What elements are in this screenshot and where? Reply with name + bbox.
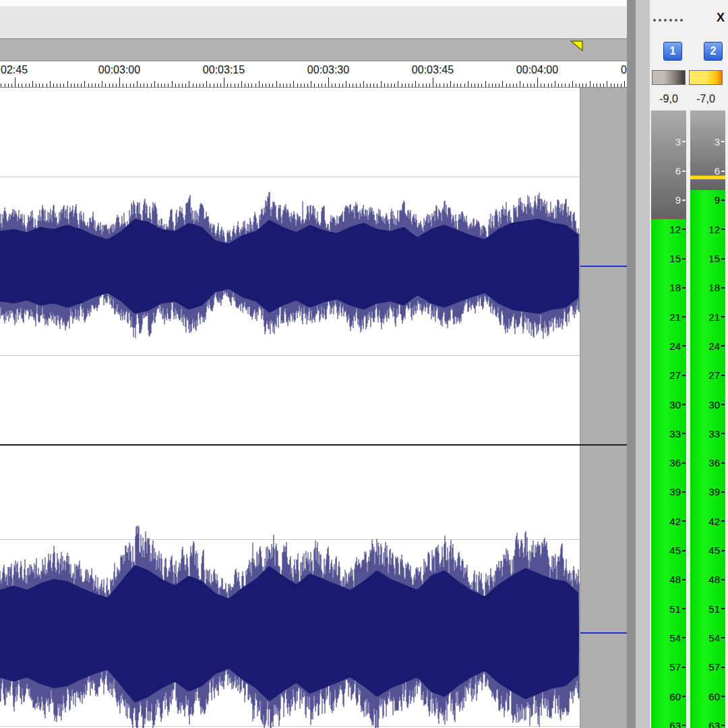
ruler-tick [47,84,47,87]
ruler-tick [210,84,210,87]
ruler-tick [346,81,346,87]
ruler-tick [481,84,482,87]
ruler-tick [429,84,430,87]
ruler-tick [262,84,263,87]
channel-2-button[interactable]: 2 [704,42,723,61]
ruler-tick [335,84,336,87]
ruler-tick [266,84,266,87]
ruler-tick [259,81,260,87]
ruler-tick [530,84,531,87]
grip-dots-icon[interactable] [653,19,683,22]
meter-scale-tick [721,579,725,580]
ruler-tick [272,84,273,87]
ruler-tick [311,81,311,87]
panel-splitter[interactable] [627,0,650,728]
timeline-scrollbar[interactable] [0,38,627,61]
meter-scale-tick [721,375,725,376]
meter-1-scale-18: 18 [669,282,686,294]
ruler-tick [42,84,43,87]
meter-scale-tick [682,433,686,434]
ruler-tick [161,84,162,87]
meter-2-scale-39: 39 [708,486,725,498]
ruler-tick [353,84,353,87]
ruler-tick [582,84,583,87]
ruler-tick [499,84,499,87]
ruler-tick [126,84,127,87]
meter-2-scale-18: 18 [708,282,725,294]
meter-1-scale-48: 48 [669,574,686,586]
meter-scale-number: 3 [715,136,720,148]
meter-1-scale-36: 36 [669,457,686,469]
ruler-tick [15,78,16,87]
ruler-tick [307,84,308,87]
meter-2-scale-57: 57 [708,661,725,673]
ruler-tick [506,84,507,87]
meter-scale-tick [721,637,725,638]
ruler-tick [377,84,377,87]
ruler-tick [419,84,419,87]
ruler-tick [175,84,176,87]
meter-scale-tick [682,316,686,317]
meter-2-scale-33: 33 [708,427,725,439]
waveform-channel-2-spikes [0,526,579,728]
ruler-tick [349,84,350,87]
meter-scale-tick [682,462,686,464]
meter-scale-tick [682,667,686,668]
meter-scale-number: 36 [708,457,720,468]
ruler-tick [394,84,395,87]
meter-scale-tick [721,491,725,493]
ruler-tick [95,84,96,87]
meter-panel-titlebar[interactable]: X [650,9,728,34]
meter-scale-tick [682,725,686,726]
meter-1-scale-24: 24 [669,340,686,352]
meter-scale-tick [721,141,725,142]
ruler-tick [109,84,110,87]
ruler-tick [534,84,535,87]
meter-scale-number: 21 [708,311,720,323]
ruler-tick [217,84,218,87]
ruler-tick [241,81,242,87]
ruler-tick [516,84,517,87]
ruler-tick [84,81,85,87]
meter-scale-tick [721,696,725,697]
close-button[interactable]: X [717,11,725,25]
meter-1-scale-27: 27 [669,369,686,382]
meter-1-scale-30: 30 [669,398,686,411]
meter-scale-tick [721,316,725,317]
meter-1-scale-3: 3 [675,135,686,148]
ruler-tick [22,84,22,87]
ruler-tick [569,84,570,87]
ruler-tick [475,84,475,87]
ruler-time-label: 02:45 [1,64,28,76]
meter-scale-number: 21 [669,311,681,323]
meter-scale-number: 57 [708,661,720,673]
meter-scale-tick [721,287,725,289]
ruler-tick [172,81,173,87]
ruler-tick [113,84,113,87]
ruler-tick [426,84,427,87]
ruler-tick [342,84,343,87]
time-ruler[interactable]: 02:4500:03:0000:03:1500:03:3000:03:4500:… [0,61,627,88]
ruler-tick [402,84,402,87]
ruler-tick [251,84,252,87]
ruler-tick [565,84,566,87]
meter-scale-tick [682,404,686,405]
ruler-tick [611,84,611,87]
ruler-tick [621,84,621,87]
meter-2-scale-51: 51 [708,603,725,615]
meter-scale-number: 15 [669,253,681,264]
meter-scale-number: 24 [708,340,720,352]
meter-scale-tick [721,258,725,260]
channel-1-button[interactable]: 1 [663,42,682,61]
meter-1-scale-63: 63 [669,719,686,728]
ruler-tick [624,81,625,87]
waveform-display[interactable] [0,88,627,728]
waveform-canvas [0,88,627,728]
meter-1-scale-42: 42 [669,515,686,527]
loop-end-marker-icon[interactable] [570,40,584,52]
meter-2-scale-21: 21 [708,311,725,323]
meter-1-scale-6: 6 [675,165,686,177]
meter-range-bar-2 [689,70,723,85]
ruler-tick [36,84,36,87]
ruler-tick [123,84,123,87]
